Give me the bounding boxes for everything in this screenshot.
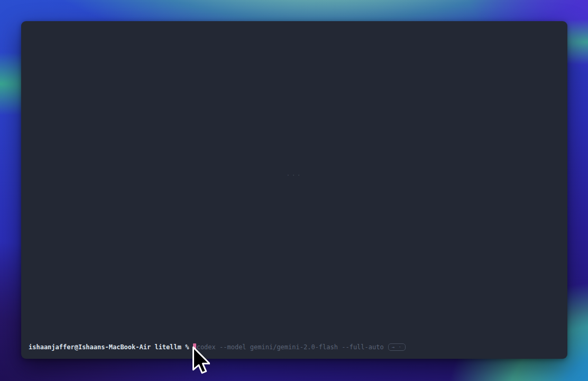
loading-dots: ··· <box>286 171 302 179</box>
autosuggestion-text: codex --model gemini/gemini-2.0-flash --… <box>197 343 384 351</box>
text-cursor <box>193 343 196 351</box>
hint-badge-label: → · <box>392 344 402 350</box>
prompt-space <box>189 343 192 351</box>
desktop-wallpaper: ··· ishaanjaffer@Ishaans-MacBook-Air lit… <box>0 0 588 381</box>
prompt-line[interactable]: ishaanjaffer@Ishaans-MacBook-Air litellm… <box>29 343 406 351</box>
shell-prompt: ishaanjaffer@Ishaans-MacBook-Air litellm… <box>29 343 189 351</box>
accept-suggestion-hint-badge: → · <box>388 343 406 351</box>
terminal-window[interactable]: ··· ishaanjaffer@Ishaans-MacBook-Air lit… <box>21 21 567 359</box>
